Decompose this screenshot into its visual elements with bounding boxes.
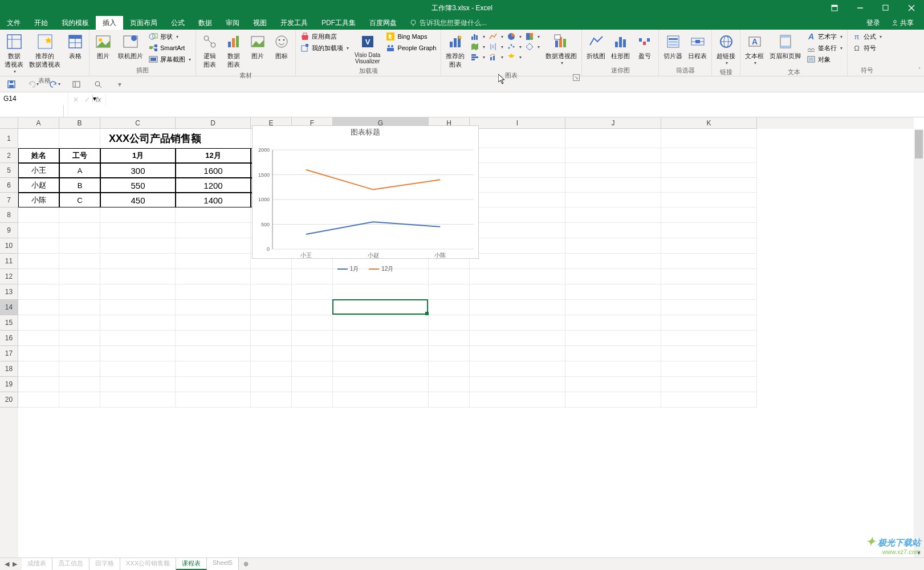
- maximize-button[interactable]: [873, 0, 898, 16]
- sheet-nav-next[interactable]: ▶: [13, 560, 17, 568]
- column-header-J[interactable]: J: [565, 117, 661, 129]
- row-header-7[interactable]: 7: [0, 193, 18, 207]
- vertical-scrollbar[interactable]: ▲ ▼: [914, 129, 924, 557]
- tell-me-box[interactable]: 告诉我您想要做什么...: [409, 18, 487, 28]
- row-header-11[interactable]: 11: [0, 254, 18, 269]
- column-chart-button[interactable]: [469, 31, 486, 42]
- embedded-chart[interactable]: 图表标题0500100015002000小王小赵小陈1月12月: [252, 125, 479, 259]
- slicer-button[interactable]: 切片器: [662, 31, 683, 62]
- screenshot-button[interactable]: 屏幕截图: [148, 54, 192, 64]
- bar-chart-button[interactable]: [469, 52, 486, 62]
- bing-maps-button[interactable]: Bing Maps: [385, 31, 437, 42]
- column-header-D[interactable]: D: [176, 117, 251, 129]
- radar-chart-button[interactable]: [524, 42, 541, 52]
- map-chart-button[interactable]: [469, 42, 486, 52]
- new-sheet-button[interactable]: ⊕: [239, 560, 253, 568]
- recommended-charts-button[interactable]: 推荐的 图表: [445, 31, 466, 70]
- charts-dialog-launcher[interactable]: ↘: [573, 74, 580, 81]
- row-header-5[interactable]: 5: [0, 163, 18, 178]
- table-button[interactable]: 表格: [65, 31, 86, 62]
- combo-chart-button[interactable]: [487, 52, 504, 62]
- tab-data[interactable]: 数据: [192, 16, 219, 30]
- tab-baidu-netdisk[interactable]: 百度网盘: [363, 16, 404, 30]
- formula-input[interactable]: [106, 92, 924, 117]
- sparkline-winloss-button[interactable]: 盈亏: [634, 31, 655, 62]
- column-header-B[interactable]: B: [59, 117, 100, 129]
- header-footer-button[interactable]: 页眉和页脚: [768, 31, 802, 62]
- treemap-chart-button[interactable]: [524, 31, 541, 42]
- tab-my-templates[interactable]: 我的模板: [55, 16, 96, 30]
- sheet-tab[interactable]: XXX公司销售额: [120, 558, 176, 570]
- row-header-2[interactable]: 2: [0, 148, 18, 163]
- hyperlink-button[interactable]: 超链接: [715, 31, 736, 67]
- login-button[interactable]: 登录: [861, 18, 886, 28]
- tab-page-layout[interactable]: 页面布局: [123, 16, 164, 30]
- scatter-chart-button[interactable]: [506, 42, 523, 52]
- row-header-12[interactable]: 12: [0, 269, 18, 284]
- row-header-17[interactable]: 17: [0, 346, 18, 361]
- row-header-1[interactable]: 1: [0, 129, 18, 148]
- insert-function-button[interactable]: fx: [96, 96, 101, 104]
- row-header-6[interactable]: 6: [0, 178, 18, 193]
- tab-file[interactable]: 文件: [0, 16, 27, 30]
- qat-customize-button[interactable]: ▾: [114, 79, 125, 90]
- row-header-18[interactable]: 18: [0, 361, 18, 377]
- tab-insert[interactable]: 插入: [96, 16, 123, 30]
- row-header-14[interactable]: 14: [0, 300, 18, 315]
- column-header-K[interactable]: K: [661, 117, 757, 129]
- share-button[interactable]: 共享: [886, 18, 919, 28]
- sparkline-line-button[interactable]: 折线图: [585, 31, 606, 62]
- row-header-20[interactable]: 20: [0, 392, 18, 408]
- shapes-button[interactable]: 形状: [148, 31, 192, 42]
- tab-home[interactable]: 开始: [27, 16, 55, 30]
- textbox-button[interactable]: A文本框: [744, 31, 765, 67]
- sheet-tab[interactable]: 成绩表: [22, 558, 52, 570]
- select-all-button[interactable]: [0, 117, 18, 129]
- tab-formulas[interactable]: 公式: [164, 16, 192, 30]
- column-header-I[interactable]: I: [470, 117, 565, 129]
- minimize-button[interactable]: [847, 0, 873, 16]
- sheet-tab[interactable]: 课程表: [176, 558, 207, 570]
- logic-chart-button[interactable]: 逻辑 图表: [200, 31, 220, 70]
- pivot-table-button[interactable]: 数据 透视表: [3, 31, 25, 75]
- row-header-13[interactable]: 13: [0, 284, 18, 300]
- close-button[interactable]: [898, 0, 924, 16]
- sparkline-column-button[interactable]: 柱形图: [610, 31, 631, 62]
- column-header-A[interactable]: A: [18, 117, 59, 129]
- object-button[interactable]: 对象: [805, 54, 844, 64]
- row-header-9[interactable]: 9: [0, 223, 18, 238]
- smartart-button[interactable]: SmartArt: [148, 43, 192, 53]
- row-header-15[interactable]: 15: [0, 315, 18, 331]
- pie-chart-button[interactable]: [506, 31, 523, 42]
- signature-line-button[interactable]: 签名行: [805, 43, 844, 53]
- pivot-chart-button[interactable]: 数据透视图: [544, 31, 578, 67]
- recommended-pivot-button[interactable]: 推荐的 数据透视表: [28, 31, 62, 70]
- equation-button[interactable]: π公式: [851, 31, 883, 42]
- visio-button[interactable]: VVisio Data Visualizer: [353, 31, 381, 66]
- picture-button[interactable]: 图片: [93, 31, 113, 62]
- sheet-tab[interactable]: 田字格: [89, 558, 120, 570]
- collapse-ribbon-button[interactable]: ˆ: [918, 67, 921, 74]
- my-addins-button[interactable]: 我的加载项: [299, 43, 350, 53]
- timeline-button[interactable]: 日程表: [687, 31, 708, 62]
- tab-view[interactable]: 视图: [246, 16, 274, 30]
- tab-developer[interactable]: 开发工具: [274, 16, 315, 30]
- stock-chart-button[interactable]: [487, 42, 504, 52]
- sheet-tab[interactable]: Sheet5: [207, 558, 239, 570]
- qat-button-2[interactable]: [92, 79, 104, 90]
- enter-formula-button[interactable]: ✓: [84, 96, 90, 104]
- sheet-tab[interactable]: 员工信息: [52, 558, 89, 570]
- row-header-19[interactable]: 19: [0, 377, 18, 392]
- online-picture-button[interactable]: 联机图片: [117, 31, 144, 62]
- row-header-10[interactable]: 10: [0, 238, 18, 254]
- funnel-chart-button[interactable]: [506, 52, 523, 62]
- cancel-formula-button[interactable]: ✕: [73, 96, 79, 104]
- wordart-button[interactable]: A艺术字: [805, 31, 844, 42]
- scroll-thumb[interactable]: [915, 130, 923, 158]
- cells-area[interactable]: XXX公司产品销售额姓名工号1月12月是否达标小王A3001600小赵B5501…: [18, 129, 914, 557]
- symbol-button[interactable]: Ω符号: [851, 43, 883, 53]
- line-chart-button[interactable]: [487, 31, 504, 42]
- row-header-8[interactable]: 8: [0, 207, 18, 223]
- worksheet-grid[interactable]: ABCDEFGHIJK 1256789101112131415161718192…: [0, 117, 924, 557]
- app-store-button[interactable]: 应用商店: [299, 31, 350, 42]
